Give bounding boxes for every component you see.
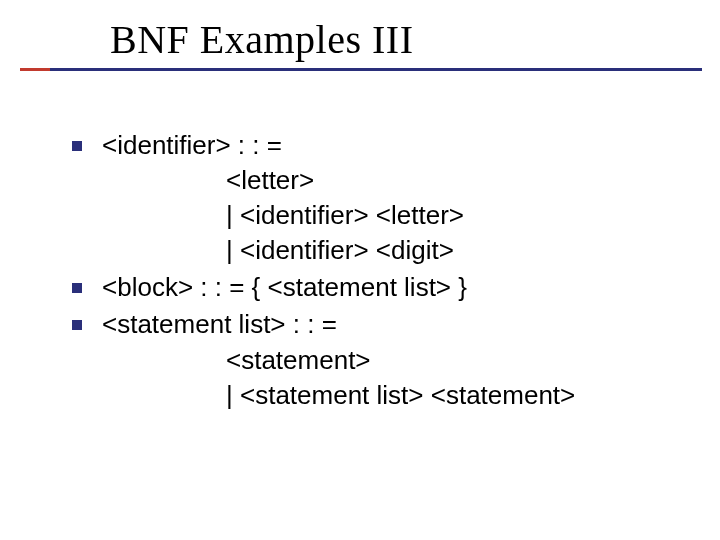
slide-title: BNF Examples III [110, 16, 414, 63]
list-item: <block> : : = { <statement list> } [58, 270, 688, 305]
title-wrap: BNF Examples III [110, 16, 414, 63]
bullet-icon [72, 283, 82, 293]
item-line: | <identifier> <digit> [102, 233, 688, 268]
bullet-icon [72, 141, 82, 151]
item-head: <identifier> : : = [102, 128, 688, 163]
item-line: | <identifier> <letter> [102, 198, 688, 233]
item-head: <statement list> : : = [102, 307, 688, 342]
title-accent [20, 68, 50, 71]
slide: BNF Examples III <identifier> : : = <let… [0, 0, 720, 540]
bullet-icon [72, 320, 82, 330]
item-line: <letter> [102, 163, 688, 198]
title-underline [24, 68, 702, 71]
item-line: <statement> [102, 343, 688, 378]
list-item: <identifier> : : = <letter> | <identifie… [58, 128, 688, 268]
list-item: <statement list> : : = <statement> | <st… [58, 307, 688, 412]
item-line: | <statement list> <statement> [102, 378, 688, 413]
slide-body: <identifier> : : = <letter> | <identifie… [58, 128, 688, 415]
item-head: <block> : : = { <statement list> } [102, 270, 688, 305]
